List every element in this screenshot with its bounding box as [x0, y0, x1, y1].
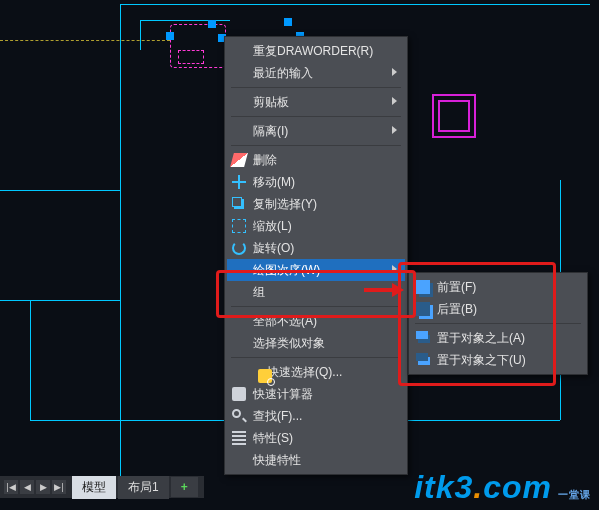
menu-separator [231, 87, 401, 88]
chevron-right-icon [392, 265, 397, 273]
above-object-icon [416, 331, 428, 339]
draworder-submenu: 前置(F) 后置(B) 置于对象之上(A) 置于对象之下(U) [408, 272, 588, 375]
chevron-right-icon [392, 126, 397, 134]
rotate-icon [232, 241, 246, 255]
menu-label: 隔离(I) [253, 123, 288, 140]
menu-quickcalc[interactable]: 快速计算器 [227, 383, 405, 405]
menu-label: 组 [253, 284, 265, 301]
submenu-above-object[interactable]: 置于对象之上(A) [411, 327, 585, 349]
menu-label: 前置(F) [437, 279, 476, 296]
menu-label: 快速计算器 [253, 386, 313, 403]
menu-deselect-all[interactable]: 全部不选(A) [227, 310, 405, 332]
tab-last-button[interactable]: ▶| [52, 480, 66, 494]
menu-properties[interactable]: 特性(S) [227, 427, 405, 449]
menu-repeat[interactable]: 重复DRAWORDER(R) [227, 40, 405, 62]
erase-icon [230, 153, 248, 167]
move-icon [232, 175, 246, 189]
submenu-under-object[interactable]: 置于对象之下(U) [411, 349, 585, 371]
menu-move[interactable]: 移动(M) [227, 171, 405, 193]
menu-label: 置于对象之下(U) [437, 352, 526, 369]
menu-group[interactable]: 组 [227, 281, 405, 303]
menu-label: 查找(F)... [253, 408, 302, 425]
menu-clipboard[interactable]: 剪贴板 [227, 91, 405, 113]
send-back-icon [416, 302, 430, 316]
layout-tabs: |◀ ◀ ▶ ▶| 模型 布局1 + [0, 476, 204, 498]
menu-label: 剪贴板 [253, 94, 289, 111]
tab-nav: |◀ ◀ ▶ ▶| [4, 480, 66, 494]
quick-select-icon [258, 369, 272, 383]
menu-isolate[interactable]: 隔离(I) [227, 120, 405, 142]
menu-separator [231, 145, 401, 146]
chevron-right-icon [392, 287, 397, 295]
menu-label: 最近的输入 [253, 65, 313, 82]
menu-label: 复制选择(Y) [253, 196, 317, 213]
menu-label: 移动(M) [253, 174, 295, 191]
chevron-right-icon [392, 68, 397, 76]
copy-icon [232, 197, 242, 207]
menu-label: 旋转(O) [253, 240, 294, 257]
menu-label: 缩放(L) [253, 218, 292, 235]
menu-rotate[interactable]: 旋转(O) [227, 237, 405, 259]
tab-add-button[interactable]: + [171, 477, 198, 497]
under-object-icon [416, 353, 428, 361]
menu-label: 置于对象之上(A) [437, 330, 525, 347]
menu-label: 快速选择(Q)... [267, 364, 342, 381]
menu-label: 特性(S) [253, 430, 293, 447]
menu-quick-select[interactable]: 快速选择(Q)... [227, 361, 405, 383]
properties-icon [232, 431, 246, 445]
menu-separator [231, 306, 401, 307]
tab-layout1[interactable]: 布局1 [118, 476, 169, 499]
submenu-bring-front[interactable]: 前置(F) [411, 276, 585, 298]
menu-label: 全部不选(A) [253, 313, 317, 330]
menu-label: 选择类似对象 [253, 335, 325, 352]
menu-select-similar[interactable]: 选择类似对象 [227, 332, 405, 354]
tab-model[interactable]: 模型 [72, 476, 116, 499]
menu-find[interactable]: 查找(F)... [227, 405, 405, 427]
menu-scale[interactable]: 缩放(L) [227, 215, 405, 237]
menu-label: 后置(B) [437, 301, 477, 318]
tab-first-button[interactable]: |◀ [4, 480, 18, 494]
bring-front-icon [416, 280, 430, 294]
menu-quick-properties[interactable]: 快捷特性 [227, 449, 405, 471]
menu-draworder[interactable]: 绘图次序(W) [227, 259, 405, 281]
tab-next-button[interactable]: ▶ [36, 480, 50, 494]
menu-separator [415, 323, 581, 324]
search-icon [232, 409, 241, 418]
menu-erase[interactable]: 删除 [227, 149, 405, 171]
tab-prev-button[interactable]: ◀ [20, 480, 34, 494]
chevron-right-icon [392, 97, 397, 105]
menu-label: 删除 [253, 152, 277, 169]
context-menu: 重复DRAWORDER(R) 最近的输入 剪贴板 隔离(I) 删除 移动(M) … [224, 36, 408, 475]
calculator-icon [232, 387, 246, 401]
menu-label: 快捷特性 [253, 452, 301, 469]
menu-label: 绘图次序(W) [253, 262, 320, 279]
menu-copy-selection[interactable]: 复制选择(Y) [227, 193, 405, 215]
submenu-send-back[interactable]: 后置(B) [411, 298, 585, 320]
menu-separator [231, 357, 401, 358]
menu-label: 重复DRAWORDER(R) [253, 43, 373, 60]
menu-recent-input[interactable]: 最近的输入 [227, 62, 405, 84]
menu-separator [231, 116, 401, 117]
scale-icon [232, 219, 246, 233]
